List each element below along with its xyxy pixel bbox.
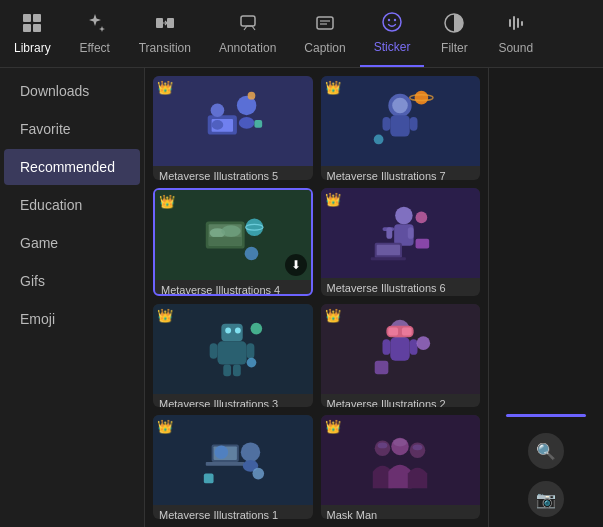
svg-rect-65 xyxy=(410,339,418,355)
svg-point-31 xyxy=(415,91,429,105)
search-button[interactable]: 🔍 xyxy=(528,433,564,469)
svg-rect-7 xyxy=(317,17,333,29)
svg-rect-48 xyxy=(377,244,400,255)
svg-rect-56 xyxy=(209,343,217,359)
caption-icon xyxy=(314,12,336,37)
toolbar-item-caption[interactable]: Caption xyxy=(290,0,359,67)
crown-icon-0: 👑 xyxy=(157,80,173,95)
svg-rect-51 xyxy=(416,239,430,249)
svg-point-74 xyxy=(241,443,260,462)
svg-point-69 xyxy=(417,336,431,350)
svg-rect-67 xyxy=(389,327,399,335)
crown-icon-3: 👑 xyxy=(325,192,341,207)
svg-rect-5 xyxy=(167,18,174,28)
toolbar-library-label: Library xyxy=(14,41,51,55)
svg-rect-57 xyxy=(246,343,254,359)
svg-rect-6 xyxy=(241,16,255,26)
crown-icon-6: 👑 xyxy=(157,419,173,434)
sticker-label-4: Metaverse Illustrations 3 xyxy=(153,394,313,408)
sidebar-item-recommended[interactable]: Recommended xyxy=(4,149,140,185)
sticker-card-0[interactable]: 👑 Metaverse Illustrations 5 xyxy=(153,76,313,180)
sticker-card-7[interactable]: 👑 Mask Man xyxy=(321,415,481,519)
toolbar-item-annotation[interactable]: Annotation xyxy=(205,0,290,67)
svg-rect-70 xyxy=(375,360,389,374)
toolbar-item-effect[interactable]: Effect xyxy=(65,0,125,67)
svg-rect-17 xyxy=(521,21,523,26)
svg-point-82 xyxy=(393,439,407,447)
crown-icon-1: 👑 xyxy=(325,80,341,95)
library-icon xyxy=(21,12,43,37)
sidebar-item-favorite[interactable]: Favorite xyxy=(4,111,140,147)
svg-rect-16 xyxy=(517,18,519,28)
svg-point-83 xyxy=(378,443,388,449)
svg-rect-1 xyxy=(33,14,41,22)
svg-point-41 xyxy=(244,246,258,260)
sticker-label-3: Metaverse Illustrations 6 xyxy=(321,278,481,296)
sticker-label-0: Metaverse Illustrations 5 xyxy=(153,166,313,180)
svg-point-60 xyxy=(250,322,262,334)
sticker-card-5[interactable]: 👑 Metaverse Illustrations 2 xyxy=(321,304,481,408)
filter-icon xyxy=(443,12,465,37)
sticker-thumb-1: 👑 xyxy=(321,76,481,166)
sidebar-item-gifs[interactable]: Gifs xyxy=(4,263,140,299)
sticker-label-2: Metaverse Illustrations 4 xyxy=(155,280,311,296)
toolbar-item-library[interactable]: Library xyxy=(0,0,65,67)
toolbar-transition-label: Transition xyxy=(139,41,191,55)
svg-rect-59 xyxy=(233,364,241,376)
svg-rect-45 xyxy=(387,227,393,239)
sticker-label-6: Metaverse Illustrations 1 xyxy=(153,505,313,519)
svg-rect-54 xyxy=(235,327,241,333)
svg-point-22 xyxy=(210,104,224,118)
toolbar-item-transition[interactable]: Transition xyxy=(125,0,205,67)
sticker-thumb-7: 👑 xyxy=(321,415,481,505)
toolbar-filter-label: Filter xyxy=(441,41,468,55)
svg-rect-28 xyxy=(391,115,410,136)
sidebar: Downloads Favorite Recommended Education… xyxy=(0,68,145,527)
sticker-card-6[interactable]: 👑 Metaverse Illustrations 1 xyxy=(153,415,313,519)
svg-rect-14 xyxy=(509,19,511,27)
transition-icon xyxy=(154,12,176,37)
sticker-grid: 👑 Metaverse Illustrations 5 xyxy=(145,68,488,527)
toolbar: Library Effect Transition Annotation Cap… xyxy=(0,0,603,68)
svg-rect-29 xyxy=(383,117,391,131)
sticker-card-2[interactable]: 👑 ⬇ Metaverse Illustrations 4 xyxy=(153,188,313,296)
svg-point-76 xyxy=(214,446,228,460)
sticker-label-5: Metaverse Illustrations 2 xyxy=(321,394,481,408)
sticker-card-1[interactable]: 👑 Metaverse Illustrations 7 xyxy=(321,76,481,180)
sticker-card-4[interactable]: 👑 Metaverse Illustrations 3 xyxy=(153,304,313,408)
toolbar-item-sticker[interactable]: Sticker xyxy=(360,0,425,67)
sidebar-item-game[interactable]: Game xyxy=(4,225,140,261)
svg-rect-49 xyxy=(371,257,406,260)
sticker-card-3[interactable]: 👑 Metaverse Illustrations xyxy=(321,188,481,296)
sticker-thumb-5: 👑 xyxy=(321,304,481,394)
svg-point-10 xyxy=(383,13,401,31)
svg-rect-3 xyxy=(33,24,41,32)
sticker-label-7: Mask Man xyxy=(321,505,481,519)
svg-point-77 xyxy=(252,468,264,480)
sticker-label-1: Metaverse Illustrations 7 xyxy=(321,166,481,180)
sticker-thumb-0: 👑 xyxy=(153,76,313,166)
svg-rect-58 xyxy=(223,364,231,376)
toolbar-item-filter[interactable]: Filter xyxy=(424,0,484,67)
svg-point-39 xyxy=(245,218,263,236)
search-icon: 🔍 xyxy=(536,442,556,461)
effect-icon xyxy=(84,12,106,37)
svg-point-21 xyxy=(239,117,255,129)
sidebar-item-downloads[interactable]: Downloads xyxy=(4,73,140,109)
crown-icon-4: 👑 xyxy=(157,308,173,323)
svg-rect-15 xyxy=(513,16,515,30)
camera-button[interactable]: 📷 xyxy=(528,481,564,517)
sidebar-item-emoji[interactable]: Emoji xyxy=(4,301,140,337)
svg-point-84 xyxy=(413,445,423,451)
sidebar-item-education[interactable]: Education xyxy=(4,187,140,223)
toolbar-effect-label: Effect xyxy=(79,41,109,55)
svg-rect-63 xyxy=(391,337,410,360)
toolbar-caption-label: Caption xyxy=(304,41,345,55)
svg-point-37 xyxy=(221,225,240,237)
svg-point-33 xyxy=(374,135,384,145)
svg-point-50 xyxy=(416,211,428,223)
svg-point-23 xyxy=(211,120,223,130)
toolbar-item-sound[interactable]: Sound xyxy=(484,0,547,67)
svg-point-12 xyxy=(394,19,396,21)
svg-rect-53 xyxy=(225,327,231,333)
